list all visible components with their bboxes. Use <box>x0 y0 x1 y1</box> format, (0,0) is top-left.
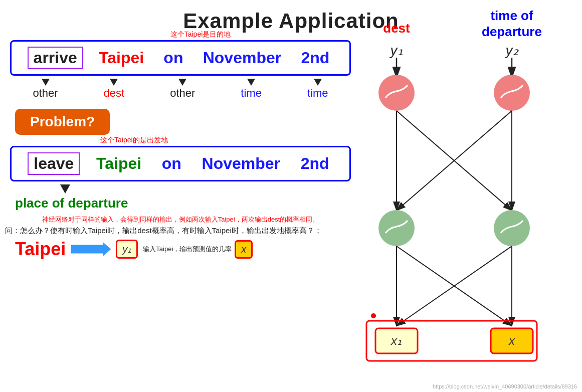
taipei-label: Taipei <box>15 239 66 260</box>
place-departure-label: place of departure <box>15 195 361 211</box>
sentence2-box: leave Taipei on November 2nd <box>10 146 351 181</box>
arrow3 <box>178 79 186 86</box>
hidden-node-1 <box>378 210 415 246</box>
sentence1-verb: arrive <box>28 47 83 69</box>
sentence2-on: on <box>158 154 185 173</box>
right-panel: dest time of departure y₁ y₂ <box>331 5 582 386</box>
annotation-mid: 这个Taipei的是出发地 <box>100 136 361 145</box>
sentence1-taipei: Taipei <box>95 49 148 67</box>
bottom-question: 问：怎么办？使有时输入Taipei时，输出dest概率高，有时输入Taipei时… <box>5 226 356 236</box>
labels-row1: other dest other time time <box>10 76 351 100</box>
label-other2: other <box>170 79 195 100</box>
arrow-leave <box>60 184 70 193</box>
taipei-row: Taipei y₁ 输入Taipei，输出预测值的几率 x <box>15 239 361 260</box>
label-other2-text: other <box>170 87 195 99</box>
label-other1: other <box>33 79 58 100</box>
hidden-node-2 <box>494 210 530 246</box>
neural-network-diagram: dest time of departure y₁ y₂ <box>331 5 582 386</box>
x2-label: x <box>241 244 246 255</box>
label-time2-text: time <box>307 87 328 99</box>
problem-button[interactable]: Problem? <box>15 109 110 135</box>
label-dest-text: dest <box>104 87 125 99</box>
x1-input-label: x₁ <box>391 334 402 347</box>
arrow4 <box>247 79 255 86</box>
sentence1-2nd: 2nd <box>297 49 333 67</box>
label-time2: time <box>307 79 328 100</box>
arrow2 <box>110 79 118 86</box>
dest-label: dest <box>383 21 410 36</box>
sentence2-november: November <box>198 154 285 173</box>
x2-input-label: x <box>508 334 515 347</box>
y1-label: y₁ <box>390 43 403 58</box>
sentence2-verb: leave <box>28 152 80 175</box>
arrow1 <box>42 79 50 86</box>
departure-label: time of <box>490 8 533 23</box>
label-time1: time <box>241 79 262 100</box>
y2-label: y₂ <box>505 43 519 58</box>
sentence1-november: November <box>199 49 286 67</box>
label-time1-text: time <box>241 87 262 99</box>
x1-label: y₁ <box>122 244 131 255</box>
output-node-2 <box>494 75 530 111</box>
x2-box: x <box>235 240 253 259</box>
blue-arrow-icon <box>71 242 111 256</box>
left-panel: 这个Taipei是目的地 arrive Taipei on November 2… <box>0 30 361 260</box>
x1-box: y₁ <box>116 240 138 259</box>
sentence2-taipei: Taipei <box>92 154 145 173</box>
watermark: https://blog.csdn.net/weixin_40690300/ar… <box>433 383 577 389</box>
output-node-1 <box>378 75 415 111</box>
departure-label2: departure <box>482 24 542 39</box>
arrow5 <box>314 79 322 86</box>
label-other1-text: other <box>33 87 58 99</box>
sentence1-box: arrive Taipei on November 2nd <box>10 40 351 76</box>
annotation-top: 这个Taipei是目的地 <box>40 30 361 39</box>
bottom-note: 神经网络对于同样的输入，会得到同样的输出，例如两次输入Taipei，两次输出de… <box>0 215 361 224</box>
sentence1-on: on <box>159 49 187 67</box>
label-dest: dest <box>104 79 125 100</box>
sentence2-2nd: 2nd <box>297 154 333 173</box>
input-note: 输入Taipei，输出预测值的几率 <box>143 245 232 254</box>
